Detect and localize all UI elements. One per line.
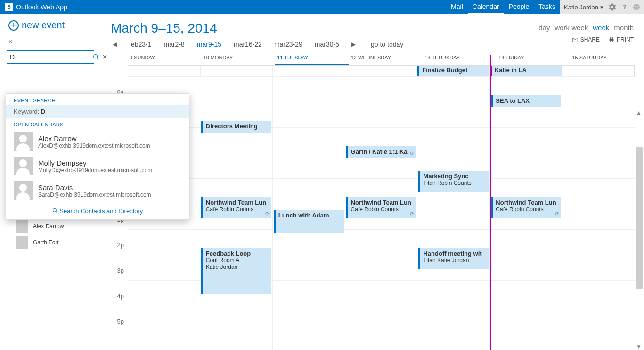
print-button[interactable]: PRINT [608,36,634,43]
event-location: Cafe Robin Counts [496,206,558,213]
calendar-event[interactable]: Lunch with Adam [274,210,344,233]
scroll-thumb[interactable] [636,147,643,289]
view-day[interactable]: day [538,24,550,32]
new-event-button[interactable]: + new event [0,14,101,34]
view-switch: day work week week month [538,24,634,32]
calendar-event[interactable]: SEA to LAX [491,95,561,107]
day-col-6[interactable] [562,76,635,350]
week-0[interactable]: feb23-1 [129,41,151,48]
week-2[interactable]: mar9-15 [197,41,221,48]
view-month[interactable]: month [614,24,634,32]
allday-row: Finalize BudgetKatie in LA [128,65,635,76]
event-location: Cafe Robin Counts [351,206,414,213]
topbar-nav: Mail Calendar People Tasks [446,0,560,14]
other-cal-1[interactable]: Garth Fort [7,234,94,250]
allday-event[interactable]: Katie in LA [490,66,562,76]
face-icon[interactable] [633,3,640,11]
allday-cell-1[interactable] [201,66,273,76]
svg-point-3 [637,6,638,7]
avatar [16,220,28,233]
caret-down-icon: ▾ [600,4,603,11]
allday-cell-4[interactable]: Finalize Budget [417,66,490,76]
go-to-today[interactable]: go to today [371,41,403,48]
app-logo[interactable]: o⃗ Outlook Web App [0,3,72,11]
week-1[interactable]: mar2-8 [163,41,184,48]
collapse-sidebar[interactable]: « [0,34,101,48]
allday-cell-3[interactable] [345,66,418,76]
view-work-week[interactable]: work week [554,24,588,32]
user-name-label: Katie Jordan [564,4,598,11]
dd-person-0[interactable]: Alex Darrow AlexD@exhb-3919dom.extest.mi… [6,129,189,154]
day-header-3[interactable]: 12 WEDNESDAY [349,55,423,65]
svg-point-1 [633,4,640,10]
calendar-grid[interactable]: Directors Meeting Northwind Team Lun Caf… [128,76,635,350]
day-header-5[interactable]: 14 FRIDAY [497,55,571,65]
calendar-event[interactable]: Directors Meeting [201,121,271,133]
day-col-4[interactable]: Marketing Sync Titan Robin Counts Handof… [417,76,490,350]
calendar-event[interactable]: Marketing Sync Titan Robin Counts [418,171,489,192]
week-prev[interactable]: ◀ [113,41,117,48]
dd-search-directory[interactable]: Search Contacts and Directory [6,203,189,219]
gear-icon[interactable] [608,3,616,11]
view-week[interactable]: week [593,24,609,32]
user-menu[interactable]: Katie Jordan ▾ [564,4,603,11]
dd-person-email: AlexD@exhb-3919dom.extest.microsoft.com [38,142,150,149]
sidebar: + new event « ✕ EVENT SEARCH Keyword: D … [0,14,101,350]
topbar-user-area: Katie Jordan ▾ ? [560,0,644,14]
svg-rect-16 [610,37,612,39]
allday-cell-2[interactable] [273,66,345,76]
dd-person-2[interactable]: Sara Davis SaraD@exhb-3919dom.extest.mic… [6,178,189,203]
other-cal-name: Garth Fort [33,239,59,246]
event-title: Northwind Team Lun [206,199,269,206]
topbar: o⃗ Outlook Web App Mail Calendar People … [0,0,644,14]
week-3[interactable]: mar16-22 [234,41,262,48]
search-input[interactable] [10,53,92,61]
day-col-2[interactable]: Lunch with Adam [273,76,345,350]
day-header-0[interactable]: 9 SUNDAY [128,55,202,65]
search-icon[interactable] [92,53,100,61]
recurring-icon: ⟳ [265,211,269,217]
event-location2: Katie Jordan [206,264,269,270]
calendar-event[interactable]: Northwind Team Lun Cafe Robin Counts ⟳ [201,197,271,218]
svg-point-9 [16,168,30,175]
svg-point-2 [635,6,636,7]
allday-cell-6[interactable] [562,66,634,76]
calendar-event[interactable]: Garth / Katie 1:1 Ka ⟳ [346,146,416,158]
scroll-up[interactable]: ▲ [636,109,642,116]
dd-open-calendars-header: OPEN CALENDARS [6,118,189,129]
day-header-4[interactable]: 13 THURSDAY [423,55,497,65]
nav-calendar[interactable]: Calendar [468,0,504,14]
avatar [14,181,33,200]
allday-cell-0[interactable] [128,66,201,76]
dd-person-email: SaraD@exhb-3919dom.extest.microsoft.com [38,192,151,198]
day-header-1[interactable]: 10 MONDAY [202,55,276,65]
recurring-icon: ⟳ [410,211,414,217]
allday-event[interactable]: Finalize Budget [417,66,489,76]
day-header-2[interactable]: 11 TUESDAY [275,55,349,65]
svg-point-11 [16,192,30,200]
calendar-event[interactable]: Handoff meeting wit Titan Katie Jordan [418,248,489,269]
dd-person-1[interactable]: Molly Dempsey MollyD@exhb-3919dom.extest… [6,154,189,178]
vertical-scrollbar[interactable]: ▲ ▼ [636,109,643,350]
calendar-event[interactable]: Northwind Team Lun Cafe Robin Counts ⟳ [346,197,416,218]
day-col-5[interactable]: SEA to LAX Northwind Team Lun Cafe Robin… [490,76,562,350]
share-button[interactable]: SHARE [572,36,600,43]
event-title: Lunch with Adam [278,212,341,219]
week-next[interactable]: ▶ [351,41,356,48]
day-col-3[interactable]: Garth / Katie 1:1 Ka ⟳ Northwind Team Lu… [345,76,418,350]
allday-cell-5[interactable]: Katie in LA [490,66,562,76]
dd-keyword-row[interactable]: Keyword: D [6,105,189,118]
nav-people[interactable]: People [504,0,534,14]
scroll-down[interactable]: ▼ [636,343,642,350]
nav-mail[interactable]: Mail [446,0,468,14]
calendar-event[interactable]: Feedback Loop Conf Room A Katie Jordan [201,248,271,294]
other-cal-0[interactable]: Alex Darrow [7,218,94,234]
nav-tasks[interactable]: Tasks [534,0,560,14]
event-location: Conf Room A [206,257,269,264]
calendar-event[interactable]: Northwind Team Lun Cafe Robin Counts ⟳ [491,197,561,218]
day-col-1[interactable]: Directors Meeting Northwind Team Lun Caf… [200,76,273,350]
week-5[interactable]: mar30-5 [315,41,339,48]
help-icon[interactable]: ? [620,3,628,11]
week-4[interactable]: mar23-29 [274,41,302,48]
day-header-6[interactable]: 15 SATURDAY [570,55,644,65]
